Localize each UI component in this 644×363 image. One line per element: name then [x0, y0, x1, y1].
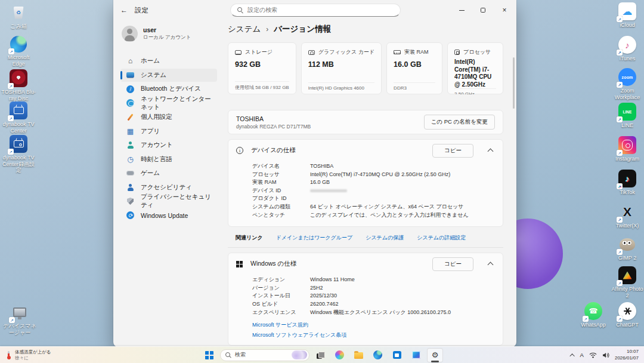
link-microsoft-services-agreement[interactable]: Microsoft サービス規約 [252, 321, 495, 329]
windows-spec-header[interactable]: Windows の仕様 コピー [236, 253, 495, 275]
copilot-icon [335, 350, 344, 359]
link-domain-workgroup[interactable]: ドメインまたはワークグループ [276, 234, 353, 242]
sidebar-item-personalization[interactable]: 個人用設定 [120, 110, 217, 124]
device-spec-header[interactable]: デバイスの仕様 コピー [236, 140, 495, 161]
tv-center-settings-icon: ↗ [10, 135, 27, 153]
shortcut-arrow-icon: ↗ [617, 150, 623, 156]
file-explorer-button[interactable] [351, 348, 367, 362]
sidebar-item-windows-update[interactable]: ⟳Windows Update [120, 209, 217, 222]
line-icon: LINE↗ [618, 103, 636, 121]
desktop-icon-whatsapp[interactable]: ☎↗ WhatsApp [576, 302, 611, 328]
device-spec-section: デバイスの仕様 コピー デバイス名TOSHIBA プロセッサIntel(R) C… [228, 139, 503, 227]
chevron-up-icon[interactable] [488, 149, 494, 155]
microsoft-store-button[interactable] [389, 348, 405, 362]
desktop-icon-zoom[interactable]: zoom↗ Zoom Workplace [610, 68, 644, 100]
link-advanced-system-settings[interactable]: システムの詳細設定 [417, 234, 466, 242]
sidebar-item-privacy-security[interactable]: プライバシーとセキュリティ [120, 195, 217, 208]
scrollbar-thumb[interactable] [513, 57, 515, 109]
ime-indicator[interactable]: A [580, 352, 584, 358]
sidebar-item-home[interactable]: ⌂ホーム [120, 54, 217, 67]
settings-window: ← 設定 設定の検索 × user ローカル アカウント [113, 0, 516, 347]
taskbar: 体感温度が上がる 徐々に 検索 ⚙ A 10:07 [0, 346, 644, 363]
desktop-icon-label: Affinity Photo 2 [610, 286, 644, 299]
desktop-icon-icloud[interactable]: ☁↗ iCloud [610, 2, 644, 29]
desktop-icon-recycle-bin[interactable]: ♻ ごみ箱 [1, 4, 36, 30]
back-button[interactable]: ← [113, 6, 135, 14]
taskbar-search[interactable]: 検索 [220, 349, 309, 361]
desktop-icon-edge[interactable]: ↗ Microsoft Edge [1, 36, 36, 67]
windows-spec-copy-button[interactable]: コピー [432, 257, 473, 271]
desktop-icon-tiktok[interactable]: ♪↗ TikTok [610, 170, 644, 196]
device-manager-icon: ↗ [11, 303, 29, 321]
ram-icon [394, 50, 401, 54]
sidebar-item-accounts[interactable]: アカウント [120, 139, 217, 152]
accounts-icon [126, 141, 135, 150]
accessibility-icon [126, 183, 135, 192]
wifi-icon[interactable] [589, 352, 597, 358]
desktop-icon-label: dynabook TV Center録画設定 [1, 155, 36, 174]
bluetooth-icon: ᛒ [126, 85, 135, 94]
photos-icon [412, 351, 420, 359]
tray-chevron-up-icon[interactable] [569, 353, 574, 358]
settings-button[interactable]: ⚙ [427, 348, 443, 362]
desktop-icon-device-manager[interactable]: ↗ デバイスマネージャー [2, 303, 37, 336]
tiktok-icon: ♪↗ [618, 170, 636, 187]
user-name: user [143, 26, 191, 34]
weather-widget[interactable]: 体感温度が上がる 徐々に [0, 347, 57, 363]
device-name-card: TOSHIBA dynabook REGZA PC D71/T7MB この PC… [228, 110, 503, 134]
task-view-icon [317, 352, 325, 359]
task-view-button[interactable] [312, 348, 329, 362]
maximize-button[interactable] [472, 0, 494, 20]
spec-row: プロセッサIntel(R) Core(TM) i7-4710MQ CPU @ 2… [252, 171, 495, 179]
tv-center-icon: ↗ [10, 101, 27, 119]
graphics-icon [308, 50, 315, 55]
sidebar-item-system[interactable]: システム [120, 69, 217, 82]
breadcrumb-separator: › [266, 25, 268, 33]
spec-row: インストール日2025/12/30 [252, 292, 495, 300]
minimize-button[interactable] [451, 0, 472, 20]
shortcut-arrow-icon: ↗ [8, 115, 14, 121]
spec-row: ペンとタッチこのディスプレイでは、ペン入力とタッチ入力は利用できません [252, 211, 495, 220]
spec-row: 実装 RAM16.0 GB [252, 179, 495, 187]
desktop-icon-tv-center[interactable]: ↗ dynabook TV Center [1, 101, 36, 134]
start-button[interactable] [201, 348, 217, 362]
close-button[interactable]: × [494, 0, 515, 20]
related-links-row: 関連リンク ドメインまたはワークグループ システムの保護 システムの詳細設定 [228, 234, 503, 248]
desktop-icon-itunes[interactable]: ♪↗ iTunes [610, 36, 644, 62]
sidebar-item-apps[interactable]: ▦アプリ [120, 125, 217, 138]
sidebar-item-time-language[interactable]: ◷時刻と言語 [120, 153, 217, 166]
edge-icon: ↗ [10, 36, 27, 53]
sidebar-item-accessibility[interactable]: アクセシビリティ [120, 181, 217, 194]
gear-icon: ⚙ [432, 351, 439, 359]
copilot-button[interactable] [332, 348, 348, 362]
edge-button[interactable] [370, 348, 386, 362]
desktop-icon-line[interactable]: LINE↗ LINE [610, 103, 644, 129]
desktop-icon-gimp[interactable]: ↗ GIMP 2 [610, 235, 644, 262]
settings-search-input[interactable]: 設定の検索 [230, 4, 401, 17]
link-system-protection[interactable]: システムの保護 [366, 234, 404, 242]
desktop-icon-x[interactable]: X↗ Twitter(X) [610, 203, 644, 229]
desktop-icon-instagram[interactable]: ↗ Instagram [610, 136, 644, 162]
volume-icon[interactable] [602, 352, 609, 358]
sidebar-item-network-internet[interactable]: ネットワークとインターネット [120, 97, 217, 110]
spec-row: デバイス名TOSHIBA [252, 162, 495, 171]
breadcrumb-system[interactable]: システム [228, 24, 261, 35]
desktop-icon-chatgpt[interactable]: ↗ ChatGPT [610, 302, 644, 328]
user-account[interactable]: user ローカル アカウント [120, 23, 217, 45]
photos-button[interactable] [408, 348, 424, 362]
thermometer-icon [6, 351, 11, 359]
device-spec-copy-button[interactable]: コピー [432, 144, 473, 158]
processor-detail: 2.50 GHz [454, 88, 496, 94]
sidebar-item-bluetooth-devices[interactable]: ᛒBluetooth とデバイス [120, 82, 217, 96]
windows-spec-section: Windows の仕様 コピー エディションWindows 11 Home バー… [228, 253, 503, 345]
user-account-type: ローカル アカウント [143, 34, 191, 41]
windows-spec-body: エディションWindows 11 Home バージョン25H2 インストール日2… [236, 275, 495, 318]
clock[interactable]: 10:07 2026/01/07 [615, 349, 639, 362]
chevron-up-icon[interactable] [488, 262, 494, 268]
sidebar-item-gaming[interactable]: ゲーム [120, 167, 217, 180]
rename-pc-button[interactable]: この PC の名前を変更 [424, 115, 495, 130]
link-microsoft-software-license[interactable]: Microsoft ソフトウェアライセンス条項 [252, 331, 495, 339]
desktop-icon-tv-center-settings[interactable]: ↗ dynabook TV Center録画設定 [1, 135, 36, 174]
store-icon [393, 351, 401, 359]
desktop-icon-affinity[interactable]: ↗ Affinity Photo 2 [610, 266, 644, 299]
